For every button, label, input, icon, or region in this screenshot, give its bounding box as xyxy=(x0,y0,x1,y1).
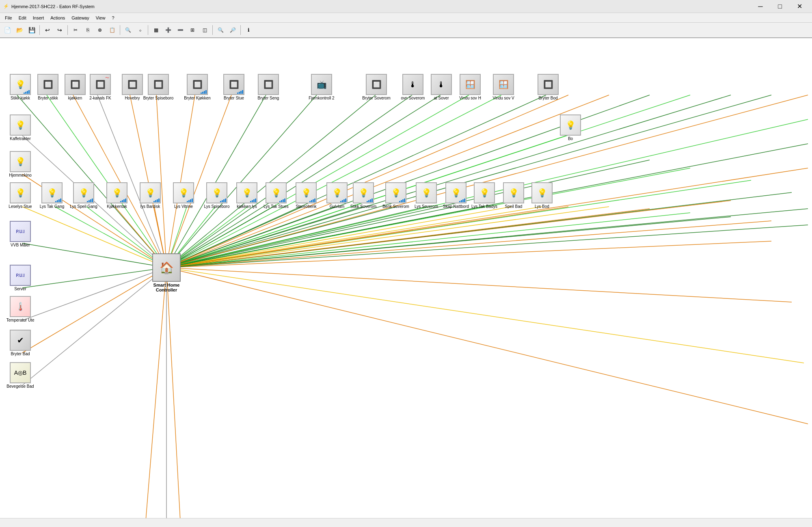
device-kaffetrakter[interactable]: 💡 Kaffetrakter xyxy=(4,114,37,141)
device-ovn-soverom[interactable]: 🌡 ovn Soverom xyxy=(397,74,429,100)
layout-button[interactable]: ◫ xyxy=(199,24,210,36)
device-icon-at-sover: 🌡 xyxy=(431,74,452,95)
add-button[interactable]: ➕ xyxy=(162,24,174,36)
device-icon-lys-tak-gang: 💡 xyxy=(41,182,63,203)
device-hjemmekino[interactable]: 💡 Hjemmekino xyxy=(4,151,37,177)
device-label-stikk-kjokken: Stikk kjøkk xyxy=(11,96,30,100)
device-icon-benk-soverom: 💡 xyxy=(385,182,406,203)
device-lys-speil-gang[interactable]: 💡 Lys Speil Gang xyxy=(67,182,100,209)
device-lys-spiseboro[interactable]: 💡 Lys Spiseboro xyxy=(201,182,233,209)
device-lys-tak-gang[interactable]: 💡 Lys Tak Gang xyxy=(36,182,68,209)
device-stikk-soverom[interactable]: 💡 Stikk Soverom xyxy=(347,182,380,209)
device-lys-soverom[interactable]: 💡 Lys Soverom xyxy=(410,182,443,209)
device-bo-right[interactable]: 💡 Bo xyxy=(554,114,587,141)
device-at-sover[interactable]: 🌡 at Sover xyxy=(425,74,458,100)
paste-button[interactable]: 📋 xyxy=(106,24,118,36)
device-label-bryter-kjokken: Bryter Kjøkken xyxy=(184,96,211,100)
device-icon-skap-nattbord: 💡 xyxy=(445,182,466,203)
cut-button[interactable]: ✂ xyxy=(70,24,81,36)
new-button[interactable]: 📄 xyxy=(2,24,13,36)
device-icon-lys-spiseboro: 💡 xyxy=(206,182,227,203)
device-icon-bevegelse-bad: A◎B xyxy=(10,362,31,383)
device-label-speil-bad: Speil Bad xyxy=(505,204,523,209)
svg-line-0 xyxy=(17,95,166,268)
grid-button[interactable]: ▦ xyxy=(150,24,162,36)
select-button[interactable]: ⬦ xyxy=(134,24,146,36)
device-server[interactable]: P.U.I Server xyxy=(4,265,37,291)
connect-button[interactable]: ⊞ xyxy=(187,24,198,36)
device-kjokken-lys[interactable]: 💡 kjøkken lys xyxy=(231,182,263,209)
device-label-bryter-bod: Bryter Bod xyxy=(538,96,557,100)
device-label-bryter-seng: Bryter Seng xyxy=(258,96,279,100)
svg-line-67 xyxy=(166,95,771,268)
svg-line-3 xyxy=(97,95,166,268)
save-button[interactable]: 💾 xyxy=(26,24,37,36)
menu-view[interactable]: View xyxy=(93,13,109,23)
search-button[interactable]: 🔍 xyxy=(122,24,134,36)
device-label-bryter-soverom: Bryter Soverom xyxy=(362,96,390,100)
delete-button[interactable]: ⊗ xyxy=(94,24,106,36)
menu-actions[interactable]: Actions xyxy=(47,13,68,23)
menubar: File Edit Insert Actions Gateway View ? xyxy=(0,13,812,23)
device-icon-hjemmekino: 💡 xyxy=(10,151,31,172)
svg-line-33 xyxy=(166,207,483,268)
device-icon-bryter-kjokken: 🔲 xyxy=(187,74,208,95)
menu-file[interactable]: File xyxy=(2,13,15,23)
device-vvb-maler[interactable]: P.U.I VVB Måler xyxy=(4,221,37,247)
toolbar-sep-2 xyxy=(67,25,68,35)
device-bryter-seng[interactable]: 🔲 Bryter Seng xyxy=(252,74,285,100)
device-label-bryter-spiseboro: Bryter Spiseboro xyxy=(143,96,173,100)
copy-button[interactable]: ⎘ xyxy=(82,24,93,36)
device-icon-speil-bad: 💡 xyxy=(503,182,524,203)
device-stereobenk[interactable]: 💡 Stereobenk xyxy=(290,182,322,209)
device-icon-vindu-sov-v: 🪟 xyxy=(493,74,514,95)
zoom-out-button[interactable]: 🔎 xyxy=(227,24,238,36)
device-lys-bod[interactable]: 💡 Lys Bod xyxy=(526,182,558,209)
device-lys-tak-bad[interactable]: 💡 Lys Tak Badys xyxy=(468,182,501,209)
device-bryter-stue[interactable]: 🔲 Bryter Stue xyxy=(218,74,250,100)
svg-line-45 xyxy=(166,268,804,363)
zoom-in-button[interactable]: 🔍 xyxy=(215,24,226,36)
menu-gateway[interactable]: Gateway xyxy=(68,13,92,23)
device-vindu-sov-h[interactable]: 🪟 Vindu sov H xyxy=(454,74,486,100)
redo-button[interactable]: ↪ xyxy=(54,24,65,36)
menu-help[interactable]: ? xyxy=(108,13,117,23)
device-temperatur-ute[interactable]: 🌡️ Temperatur Ute xyxy=(4,296,37,322)
minimize-button[interactable]: ─ xyxy=(751,0,770,13)
device-bryter-soverom[interactable]: 🔲 Bryter Soverom xyxy=(360,74,393,100)
device-label-lys-vitrine: Lys Vitrine xyxy=(174,204,193,209)
svg-line-35 xyxy=(166,207,542,268)
device-icon-kaffetrakter: 💡 xyxy=(10,114,31,136)
device-leselys-stue[interactable]: 💡 Leselys Stue xyxy=(4,182,37,209)
device-icon-server: P.U.I xyxy=(10,265,31,286)
device-skap-nattbord[interactable]: 💡 Skap Nattbord xyxy=(440,182,472,209)
titlebar: ⚡ Hjemme-2017-SHC22 - Eaton RF-System ─ … xyxy=(0,0,812,13)
central-controller[interactable]: 🏠 Smart HomeController xyxy=(152,253,181,292)
menu-insert[interactable]: Insert xyxy=(30,13,48,23)
device-vindu-sov-v[interactable]: 🪟 Vindu sov V xyxy=(487,74,520,100)
svg-line-6 xyxy=(166,95,195,268)
remove-button[interactable]: ➖ xyxy=(175,24,186,36)
device-benk-soverom[interactable]: 💡 Benk Soverom xyxy=(380,182,412,209)
svg-line-14 xyxy=(166,95,501,268)
device-lys-bardisk[interactable]: 💡 lys Bardisk xyxy=(134,182,166,209)
svg-line-13 xyxy=(166,95,469,268)
device-kjokkentak[interactable]: 💡 Kjøkkentak xyxy=(101,182,133,209)
device-speil-bad[interactable]: 💡 Speil Bad xyxy=(497,182,530,209)
open-button[interactable]: 📂 xyxy=(14,24,25,36)
device-label-bevegelse-bad: Bevegelse Bad xyxy=(6,384,34,389)
device-bryter-spiseboro[interactable]: 🔲 Bryter Spiseboro xyxy=(142,74,175,100)
device-lys-vitrine[interactable]: 💡 Lys Vitrine xyxy=(167,182,200,209)
maximize-button[interactable]: □ xyxy=(771,0,789,13)
device-2kanals-fk[interactable]: 🔲 〜 2-kanals FK xyxy=(84,74,117,100)
device-bryter-bad[interactable]: ✔ Bryter Bad xyxy=(4,330,37,356)
device-fjernkontroll-2[interactable]: 📺 Fjernkontroll 2 xyxy=(301,74,342,100)
device-bryter-kjokken[interactable]: 🔲 Bryter Kjøkken xyxy=(181,74,214,100)
device-bevegelse-bad[interactable]: A◎B Bevegelse Bad xyxy=(4,362,37,389)
device-lys-tak-stues[interactable]: 💡 Lys Tak Stues xyxy=(260,182,292,209)
info-button[interactable]: ℹ xyxy=(243,24,254,36)
close-button[interactable]: ✕ xyxy=(790,0,809,13)
device-bryter-bod[interactable]: 🔲 Bryter Bod xyxy=(532,74,564,100)
undo-button[interactable]: ↩ xyxy=(42,24,53,36)
menu-edit[interactable]: Edit xyxy=(15,13,30,23)
